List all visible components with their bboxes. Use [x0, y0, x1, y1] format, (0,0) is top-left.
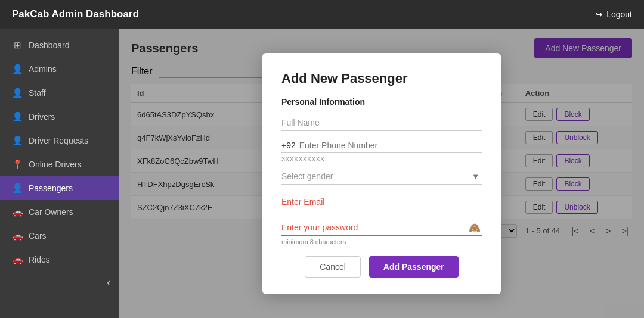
- phone-hint: 3XXXXXXXXX: [281, 155, 482, 163]
- cars-icon: 🚗: [12, 230, 23, 241]
- eye-off-icon: 🙈: [469, 222, 481, 232]
- logout-button[interactable]: ↪ Logout: [596, 10, 632, 19]
- online-drivers-icon: 📍: [12, 159, 23, 170]
- phone-field: +92: [281, 141, 482, 153]
- phone-prefix: +92: [281, 141, 296, 150]
- navbar: PakCab Admin Dashboard ↪ Logout: [0, 0, 644, 29]
- gender-select[interactable]: Select gender Male Female: [281, 169, 482, 184]
- modal-title: Add New Passenger: [281, 71, 482, 86]
- sidebar-item-car-owners[interactable]: 🚗 Car Owners: [0, 200, 119, 224]
- add-passenger-button[interactable]: Add Passenger: [369, 256, 459, 278]
- email-field: [281, 194, 482, 210]
- password-input[interactable]: [281, 220, 482, 235]
- password-toggle-button[interactable]: 🙈: [469, 222, 481, 233]
- sidebar-item-dashboard[interactable]: ⊞ Dashboard: [0, 33, 119, 57]
- passengers-icon: 👤: [12, 183, 23, 194]
- admins-icon: 👤: [12, 64, 23, 74]
- password-field: 🙈: [281, 220, 482, 236]
- staff-icon: 👤: [12, 88, 23, 98]
- modal-section-title: Personal Information: [281, 97, 482, 107]
- sidebar-item-drivers[interactable]: 👤 Drivers: [0, 105, 119, 129]
- email-input[interactable]: [281, 194, 482, 210]
- sidebar-item-cars[interactable]: 🚗 Cars: [0, 224, 119, 248]
- car-owners-icon: 🚗: [12, 207, 23, 217]
- sidebar-item-rides[interactable]: 🚗 Rides: [0, 248, 119, 272]
- sidebar-item-driver-requests[interactable]: 👤 Driver Requests: [0, 129, 119, 152]
- phone-input[interactable]: [299, 141, 482, 150]
- dashboard-icon: ⊞: [12, 40, 23, 51]
- cancel-button[interactable]: Cancel: [305, 256, 361, 278]
- sidebar-nav: ⊞ Dashboard 👤 Admins 👤 Staff 👤 Drivers 👤…: [0, 29, 119, 272]
- sidebar-item-online-drivers[interactable]: 📍 Online Drivers: [0, 152, 119, 176]
- content-area: Passengers Add New Passenger Filter Id N…: [119, 29, 644, 318]
- sidebar: ⊞ Dashboard 👤 Admins 👤 Staff 👤 Drivers 👤…: [0, 29, 119, 318]
- logout-icon: ↪: [596, 10, 603, 19]
- modal-actions: Cancel Add Passenger: [281, 256, 482, 278]
- add-passenger-modal: Add New Passenger Personal Information +…: [262, 53, 501, 294]
- navbar-title: PakCab Admin Dashboard: [12, 8, 139, 20]
- gender-field: Select gender Male Female ▼: [281, 169, 482, 185]
- sidebar-item-admins[interactable]: 👤 Admins: [0, 57, 119, 81]
- sidebar-item-staff[interactable]: 👤 Staff: [0, 81, 119, 105]
- sidebar-item-passengers[interactable]: 👤 Passengers: [0, 176, 119, 200]
- modal-overlay: Add New Passenger Personal Information +…: [119, 29, 644, 318]
- full-name-field: [281, 115, 482, 131]
- rides-icon: 🚗: [12, 254, 23, 265]
- full-name-input[interactable]: [281, 115, 482, 131]
- sidebar-collapse-button[interactable]: ‹: [104, 275, 113, 290]
- drivers-icon: 👤: [12, 111, 23, 122]
- main-layout: ⊞ Dashboard 👤 Admins 👤 Staff 👤 Drivers 👤…: [0, 29, 644, 318]
- password-hint: minimum 8 characters: [281, 238, 482, 245]
- driver-requests-icon: 👤: [12, 135, 23, 146]
